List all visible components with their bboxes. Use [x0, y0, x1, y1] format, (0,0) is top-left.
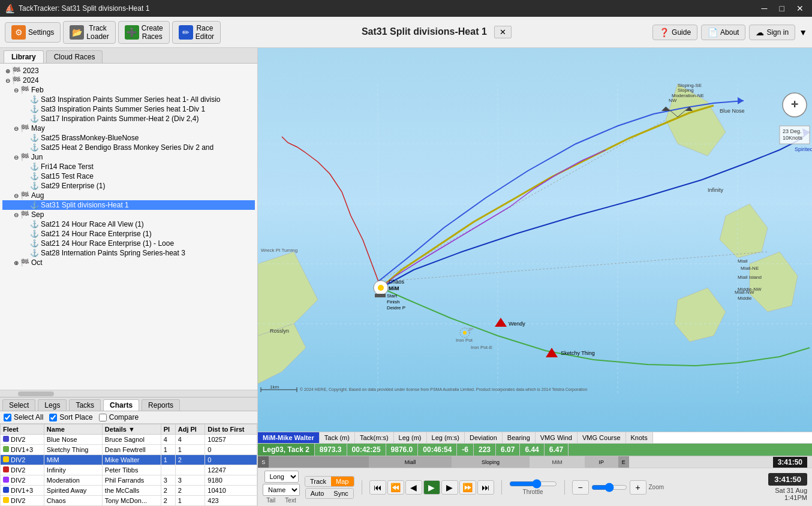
tree-item-sat31[interactable]: ⚓ Sat31 Split divisions-Heat 1: [2, 200, 255, 210]
tree-item-2023[interactable]: ⊕ 🏁 2023: [2, 66, 255, 76]
compare-checkbox[interactable]: Compare: [99, 413, 139, 421]
create-races-button[interactable]: ➕ Create Races: [118, 21, 170, 44]
progress-bar[interactable]: S Miall Sloping MiM IP E: [258, 456, 812, 468]
svg-marker-47: [495, 318, 507, 327]
sep2: [501, 480, 502, 495]
next-frame-button[interactable]: ⏩: [459, 480, 476, 495]
tree-item-sat29[interactable]: ⚓ Sat29 Enterprise (1): [2, 181, 255, 191]
expand-2024[interactable]: ⊖: [4, 77, 12, 84]
expand-2023[interactable]: ⊕: [4, 68, 12, 74]
select-all-checkbox[interactable]: Select All: [4, 413, 43, 421]
table-row[interactable]: DIV2 Chaos Tony McDon... 2 1 423: [1, 496, 257, 506]
step-fwd-button[interactable]: ▶: [441, 480, 458, 495]
zoom-in-button[interactable]: +: [630, 480, 646, 495]
bearing-header: Bearing: [503, 432, 536, 443]
svg-text:Wreck Pt Turning: Wreck Pt Turning: [261, 248, 297, 253]
tree-item-feb[interactable]: ⊖ 🏁 Feb: [2, 85, 255, 95]
auto-btn[interactable]: Auto: [306, 489, 329, 498]
tree-item-oct[interactable]: ⊕ 🏁 Oct: [2, 258, 255, 267]
tree-item-sat17[interactable]: ⚓ Sat17 Inspiration Paints Summer-Heat 2…: [2, 114, 255, 124]
sort-place-checkbox[interactable]: Sort Place: [49, 413, 92, 421]
table-row[interactable]: DIV1+3 Sketchy Thing Dean Fewtrell 1 1 0: [1, 445, 257, 455]
settings-button[interactable]: ⚙ Settings: [5, 22, 61, 43]
svg-text:© 2024 HERE, Copyright. Based : © 2024 HERE, Copyright. Based on data pr…: [300, 387, 587, 392]
map-btn[interactable]: Map: [331, 477, 353, 486]
track-loader-button[interactable]: 📂 Track Loader: [63, 21, 115, 44]
svg-marker-4: [750, 252, 798, 312]
sync-btn[interactable]: Sync: [329, 489, 353, 498]
zoom-out-button[interactable]: −: [572, 480, 589, 495]
cloud-races-tab[interactable]: Cloud Races: [46, 50, 103, 63]
tree-item-jun[interactable]: ⊖ 🏁 Jun: [2, 152, 255, 162]
track-btn[interactable]: Track: [305, 477, 331, 486]
tree-container[interactable]: ⊕ 🏁 2023 ⊖ 🏁 2024 ⊖ 🏁 Feb ⚓ Sat3 Inspira…: [0, 64, 257, 390]
tree-item-sat3-div1[interactable]: ⚓ Sat3 Inspiration Paints Summer Series …: [2, 104, 255, 114]
tail-text-group: Long Short None Name Speed None Tail Tex…: [263, 471, 300, 504]
tree-item-sat21-ent[interactable]: ⚓ Sat21 24 Hour Race Enterprise (1): [2, 229, 255, 239]
col-fleet[interactable]: Fleet: [1, 424, 44, 435]
svg-text:Miall-NE: Miall-NE: [741, 266, 759, 271]
table-row[interactable]: DIV2 Moderation Phil Farrands 3 3 9180: [1, 475, 257, 486]
race-editor-button[interactable]: ✏ Race Editor: [172, 21, 221, 44]
col-details[interactable]: Details ▼: [102, 424, 161, 435]
tree-item-2024[interactable]: ⊖ 🏁 2024: [2, 76, 255, 85]
track-loader-label: Track Loader: [86, 24, 109, 41]
maximize-button[interactable]: □: [776, 2, 788, 14]
tab-tacks[interactable]: Tacks: [69, 399, 101, 411]
tree-item-sat3-all[interactable]: ⚓ Sat3 Inspiration Paints Summer Series …: [2, 95, 255, 104]
step-back-button[interactable]: ◀: [405, 480, 422, 495]
toolbar: ⚙ Settings 📂 Track Loader ➕ Create Races…: [0, 17, 812, 48]
tree-item-fri14[interactable]: ⚓ Fri14 Race Terst: [2, 162, 255, 171]
signin-button[interactable]: ☁ Sign in: [749, 25, 795, 40]
tree-item-aug[interactable]: ⊖ 🏁 Aug: [2, 191, 255, 200]
tree-item-sat28[interactable]: ⚓ Sat28 Internation Paints Spring Series…: [2, 248, 255, 258]
svg-text:Sloping-SE: Sloping-SE: [678, 83, 702, 88]
map-canvas[interactable]: MiM Chaos Start Finish Deidre P Wreck Pt…: [258, 48, 812, 432]
close-race-button[interactable]: ✕: [494, 26, 512, 38]
progress-area[interactable]: S Miall Sloping MiM IP E 3:41:50: [258, 456, 812, 468]
table-row[interactable]: DIV2 Infinity Peter Tibbs 12247: [1, 465, 257, 475]
library-tab[interactable]: Library: [4, 50, 44, 63]
compare-input[interactable]: [99, 414, 107, 421]
about-button[interactable]: 📄 About: [701, 25, 745, 40]
col-pl[interactable]: Pl: [161, 424, 175, 435]
close-button[interactable]: ✕: [793, 2, 807, 14]
throttle-area: Throttle: [509, 479, 557, 495]
select-all-input[interactable]: [4, 414, 11, 421]
tree-item-sat21-all[interactable]: ⚓ Sat21 24 Hour Race All View (1): [2, 219, 255, 229]
table-row[interactable]: DIV2 MiM Mike Walter 1 2 0: [1, 455, 257, 465]
prev-frame-button[interactable]: ⏪: [387, 480, 404, 495]
guide-button[interactable]: ❓ Guide: [652, 25, 697, 40]
skip-start-button[interactable]: ⏮: [369, 480, 386, 495]
minimize-button[interactable]: ─: [758, 2, 771, 14]
text-dropdown[interactable]: Name Speed None: [263, 484, 300, 496]
svg-text:JP: JP: [468, 327, 473, 332]
table-row[interactable]: DIV2 Blue Nose Bruce Sagnol 4 4 10257: [1, 435, 257, 445]
throttle-slider[interactable]: [509, 479, 557, 489]
col-adj-pl[interactable]: Adj Pl: [175, 424, 205, 435]
tree-item-sat25-bluenose[interactable]: ⚓ Sat25 BrassMonkey-BlueNose: [2, 133, 255, 143]
tree-item-sat21-looe[interactable]: ⚓ Sat21 24 Hour Race Enterprise (1) - Lo…: [2, 239, 255, 248]
col-name[interactable]: Name: [44, 424, 102, 435]
svg-point-52: [463, 331, 467, 335]
tree-item-may[interactable]: ⊖ 🏁 May: [2, 124, 255, 133]
tab-reports[interactable]: Reports: [142, 399, 180, 411]
tail-dropdown[interactable]: Long Short None: [264, 471, 299, 483]
tree-item-sat15[interactable]: ⚓ Sat15 Test Race: [2, 171, 255, 181]
sort-place-label: Sort Place: [59, 413, 92, 421]
tab-charts[interactable]: Charts: [103, 399, 139, 411]
table-row[interactable]: DIV1+3 Spirited Away the McCalls 2 2 104…: [1, 486, 257, 496]
zoom-slider[interactable]: [591, 483, 627, 492]
tab-legs[interactable]: Legs: [38, 399, 67, 411]
tree-item-sat25-heat2[interactable]: ⚓ Sat25 Heat 2 Bendigo Brass Monkey Seri…: [2, 143, 255, 152]
col-dist[interactable]: Dist to First: [205, 424, 257, 435]
tab-select[interactable]: Select: [2, 399, 35, 411]
selected-tack-row[interactable]: Leg03, Tack 2 8973.3 00:42:25 9876.0 00:…: [258, 444, 812, 456]
track-map-toggle: Track Map: [305, 476, 354, 487]
sort-place-input[interactable]: [49, 414, 57, 421]
guide-label: Guide: [672, 28, 691, 37]
tree-item-sep[interactable]: ⊖ 🏁 Sep: [2, 210, 255, 219]
menu-button[interactable]: ▼: [799, 28, 807, 37]
skip-end-button[interactable]: ⏭: [477, 480, 494, 495]
play-button[interactable]: ▶: [423, 480, 440, 495]
